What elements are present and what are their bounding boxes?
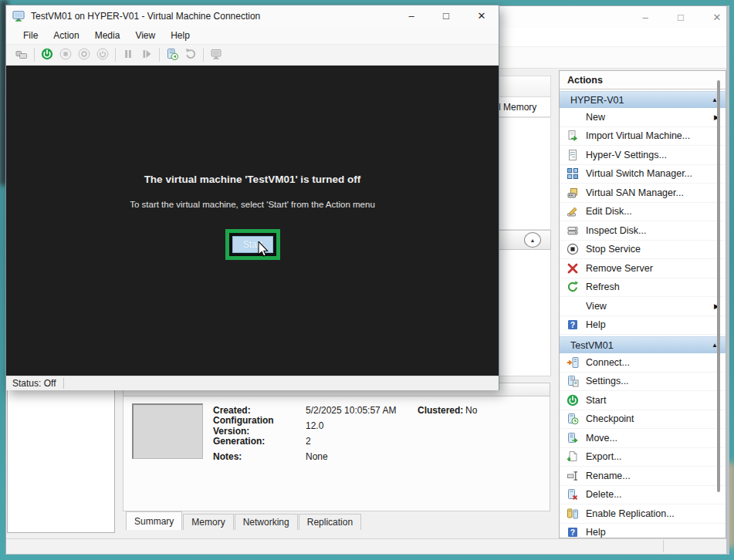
action-view[interactable]: View▶ — [560, 297, 726, 316]
step-icon — [140, 48, 153, 62]
action-label: Move... — [586, 433, 719, 444]
action-edit-disk[interactable]: Edit Disk... — [560, 203, 726, 222]
summary-fields: Created:5/2/2025 10:05:57 AMConfiguratio… — [213, 403, 414, 464]
vm-minimize-button[interactable]: – — [398, 7, 425, 24]
checkpoint-button[interactable] — [163, 46, 181, 63]
vm-toolbar — [6, 45, 499, 66]
help-icon: ? — [567, 319, 579, 331]
pause-icon — [122, 48, 134, 62]
action-help[interactable]: ?Help — [560, 524, 726, 539]
save-state-icon — [96, 48, 109, 62]
shut-down-icon — [78, 48, 90, 62]
save-state-button[interactable] — [93, 46, 112, 63]
tab-replication[interactable]: Replication — [299, 514, 361, 530]
action-new[interactable]: New▶ — [560, 108, 726, 127]
action-connect[interactable]: Connect... — [560, 353, 726, 373]
vm-window-title: TestVM01 on HYPER-V01 - Virtual Machine … — [31, 11, 260, 22]
checkpoint-toolbar-icon — [166, 48, 178, 62]
actions-group-testvm01[interactable]: TestVM01▲ — [560, 336, 726, 353]
clustered-value: No — [465, 405, 477, 416]
action-virtual-san-manager[interactable]: Virtual SAN Manager... — [560, 184, 726, 203]
actions-panel-title: Actions — [560, 71, 726, 89]
action-label: Help — [586, 527, 719, 538]
manager-statusbar — [6, 538, 726, 554]
refresh-icon — [567, 281, 579, 293]
action-hyper-v-settings[interactable]: Hyper-V Settings... — [560, 146, 726, 165]
actions-panel: Actions HYPER-V01▲New▶Import Virtual Mac… — [559, 70, 726, 538]
action-import-virtual-machine[interactable]: Import Virtual Machine... — [560, 127, 726, 147]
shut-down-button[interactable] — [75, 46, 93, 63]
actions-scrollbar[interactable] — [717, 80, 720, 492]
field-label: Created: — [213, 405, 306, 416]
ctrl-alt-del-button[interactable] — [12, 46, 31, 63]
svg-text:?: ? — [570, 320, 575, 329]
turn-off-button[interactable] — [56, 46, 75, 63]
action-move[interactable]: Move... — [560, 429, 726, 448]
manager-minimize-button[interactable]: – — [634, 9, 657, 25]
mouse-cursor — [258, 241, 273, 258]
menu-help[interactable]: Help — [163, 26, 198, 44]
toolbar-separator — [159, 48, 160, 62]
server-tree-panel — [7, 386, 115, 533]
tab-summary[interactable]: Summary — [126, 511, 182, 530]
action-help[interactable]: ?Help — [560, 316, 726, 336]
vm-monitor-icon — [12, 10, 25, 22]
menu-action[interactable]: Action — [46, 26, 86, 44]
action-refresh[interactable]: Refresh — [560, 278, 726, 298]
action-label: Start — [586, 395, 719, 406]
action-export[interactable]: Export... — [560, 448, 726, 467]
revert-button[interactable] — [181, 46, 200, 63]
inspect-disk-icon — [567, 224, 579, 237]
delete-icon — [567, 488, 579, 501]
vm-list-header-box — [492, 76, 551, 97]
manager-close-button[interactable]: ✕ — [705, 9, 729, 25]
action-settings[interactable]: Settings... — [560, 373, 726, 392]
group-header-label: HYPER-V01 — [570, 95, 624, 106]
action-checkpoint[interactable]: Checkpoint — [560, 410, 726, 430]
move-icon — [567, 432, 579, 444]
action-rename[interactable]: Rename... — [560, 467, 726, 486]
vm-titlebar[interactable]: TestVM01 on HYPER-V01 - Virtual Machine … — [6, 5, 499, 26]
field-value: None — [306, 451, 328, 462]
action-label: Checkpoint — [586, 413, 719, 424]
turn-off-icon — [59, 48, 72, 62]
hyperv-settings-icon — [567, 149, 579, 161]
enable-replication-icon — [567, 508, 579, 520]
vm-statusbar: Status: Off — [6, 376, 499, 390]
action-stop-service[interactable]: Stop Service — [560, 241, 726, 260]
vm-close-button[interactable]: ✕ — [468, 7, 495, 24]
enhanced-session-button[interactable] — [207, 46, 225, 63]
menu-media[interactable]: Media — [87, 26, 128, 44]
stop-service-icon — [567, 243, 579, 255]
help-icon: ? — [567, 526, 579, 538]
action-remove-server[interactable]: Remove Server — [560, 259, 726, 278]
vm-maximize-button[interactable]: □ — [433, 7, 459, 24]
action-delete[interactable]: Delete... — [560, 486, 726, 505]
vm-thumbnail — [132, 403, 203, 459]
action-label: Edit Disk... — [586, 206, 719, 217]
group-header-label: TestVM01 — [570, 340, 614, 351]
manager-maximize-button[interactable]: □ — [669, 9, 692, 25]
start-button[interactable] — [38, 46, 56, 63]
action-virtual-switch-manager[interactable]: Virtual Switch Manager... — [560, 165, 726, 184]
action-inspect-disk[interactable]: Inspect Disk... — [560, 221, 726, 241]
action-label: View — [586, 301, 714, 312]
menu-file[interactable]: File — [15, 26, 46, 44]
manager-statusbar-divider — [663, 540, 664, 552]
menu-view[interactable]: View — [127, 26, 163, 44]
actions-group-hyper-v01[interactable]: HYPER-V01▲ — [560, 91, 726, 108]
action-label: New — [586, 112, 714, 123]
checkpoints-collapse-button[interactable]: ▲ — [524, 232, 541, 248]
tab-memory[interactable]: Memory — [183, 514, 233, 530]
resume-step-button[interactable] — [137, 46, 156, 63]
action-label: Inspect Disk... — [586, 225, 719, 236]
keys-icon — [15, 48, 28, 62]
pause-button[interactable] — [119, 46, 137, 63]
action-enable-replication[interactable]: Enable Replication... — [560, 504, 726, 524]
field-label: Generation: — [213, 436, 306, 447]
action-label: Help — [586, 319, 719, 330]
tab-networking[interactable]: Networking — [235, 514, 298, 530]
vm-list-column-header-assigned-memory[interactable]: d Memory — [492, 97, 551, 117]
import-icon — [567, 130, 579, 142]
action-start[interactable]: Start — [560, 391, 726, 410]
